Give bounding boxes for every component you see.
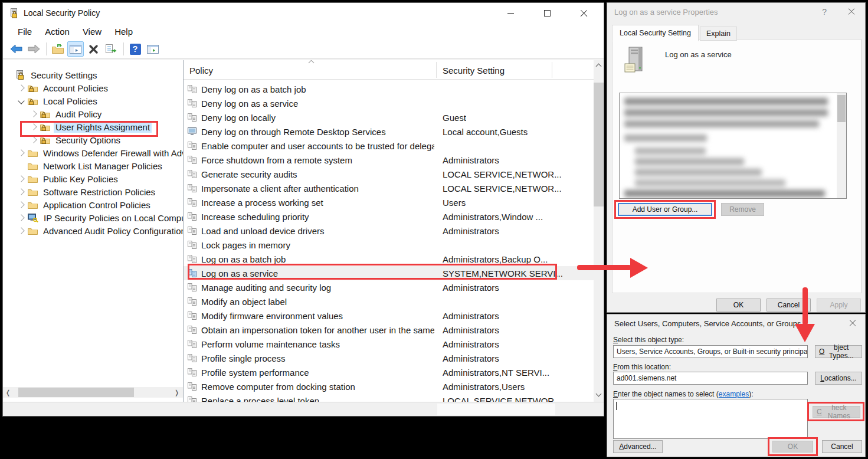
object-types-button[interactable]: Object Types... bbox=[815, 345, 862, 358]
remove-button[interactable]: Remove bbox=[721, 203, 764, 216]
policy-row-log-on-as-a-service[interactable]: Log on as a serviceSYSTEM,NETWORK SERVI.… bbox=[184, 266, 594, 280]
listbox-scrollbar[interactable] bbox=[837, 93, 846, 198]
check-names-button[interactable]: Check Names bbox=[813, 406, 860, 418]
close-button[interactable] bbox=[572, 4, 595, 22]
chevron-right-icon[interactable] bbox=[30, 123, 37, 130]
close-icon[interactable] bbox=[847, 8, 856, 16]
scroll-left-icon[interactable]: ❬ bbox=[3, 387, 13, 398]
tab-explain[interactable]: Explain bbox=[700, 27, 737, 41]
policy-row-manage-auditing-and-security-log[interactable]: Manage auditing and security logAdminist… bbox=[184, 280, 594, 294]
add-user-or-group-button[interactable]: Add User or Group... bbox=[618, 203, 712, 216]
delete-icon[interactable] bbox=[85, 41, 101, 57]
scrollbar-thumb[interactable] bbox=[18, 388, 134, 397]
menu-action[interactable]: Action bbox=[38, 27, 76, 37]
chevron-down-icon[interactable] bbox=[18, 97, 24, 104]
policy-row-increase-scheduling-priority[interactable]: Increase scheduling priorityAdministrato… bbox=[184, 209, 594, 224]
policy-row-modify-an-object-label[interactable]: Modify an object label bbox=[184, 294, 594, 309]
forward-icon[interactable] bbox=[25, 41, 42, 57]
policy-row-modify-firmware-environment-values[interactable]: Modify firmware environment valuesAdmini… bbox=[184, 309, 594, 323]
policy-row-force-shutdown-from-a-remote-system[interactable]: Force shutdown from a remote systemAdmin… bbox=[184, 153, 594, 167]
tree-horizontal-scrollbar[interactable]: ❬ ❭ bbox=[3, 387, 184, 398]
cancel-button[interactable]: Cancel bbox=[822, 440, 862, 453]
policy-row-load-and-unload-device-drivers[interactable]: Load and unload device driversAdministra… bbox=[184, 224, 594, 238]
close-icon[interactable] bbox=[849, 319, 857, 327]
export-list-icon[interactable] bbox=[50, 41, 66, 57]
policy-row-replace-a-process-level-token[interactable]: Replace a process level tokenLOCAL SERVI… bbox=[184, 394, 594, 402]
menu-view[interactable]: View bbox=[76, 27, 108, 37]
scroll-right-icon[interactable]: ❭ bbox=[172, 387, 182, 398]
help-button[interactable]: ? bbox=[822, 7, 827, 17]
policy-row-impersonate-a-client-after-authentication[interactable]: Impersonate a client after authenticatio… bbox=[184, 181, 594, 195]
policy-row-lock-pages-in-memory[interactable]: Lock pages in memory bbox=[184, 238, 594, 252]
policy-row-perform-volume-maintenance-tasks[interactable]: Perform volume maintenance tasksAdminist… bbox=[184, 337, 594, 351]
column-header-security-setting[interactable]: Security Setting bbox=[443, 65, 505, 76]
advanced-button[interactable]: Advanced... bbox=[613, 440, 663, 453]
column-divider[interactable] bbox=[552, 62, 552, 78]
tree-item-windows-defender-firewall-with-advan[interactable]: Windows Defender Firewall with Advan bbox=[3, 146, 183, 159]
policy-row-deny-log-on-locally[interactable]: Deny log on locallyGuest bbox=[184, 110, 594, 124]
scrollbar-thumb[interactable] bbox=[437, 404, 555, 415]
chevron-right-icon[interactable] bbox=[18, 214, 24, 221]
scrollbar-thumb[interactable] bbox=[837, 95, 846, 122]
chevron-right-icon[interactable] bbox=[30, 110, 37, 117]
policy-name: Generate security audits bbox=[201, 169, 434, 179]
examples-link[interactable]: examples bbox=[719, 390, 749, 398]
new-window-icon[interactable] bbox=[145, 41, 161, 57]
chevron-right-icon[interactable] bbox=[18, 201, 24, 208]
scroll-up-icon[interactable] bbox=[594, 60, 604, 70]
tree-item-public-key-policies[interactable]: Public Key Policies bbox=[3, 172, 183, 185]
chevron-right-icon[interactable] bbox=[18, 84, 24, 91]
tree-item-ip-security-policies-on-local-computer[interactable]: IP Security Policies on Local Computer bbox=[3, 211, 183, 224]
export-icon[interactable] bbox=[103, 41, 119, 57]
policy-row-deny-log-on-through-remote-desktop-services[interactable]: Deny log on through Remote Desktop Servi… bbox=[184, 124, 594, 139]
maximize-button[interactable] bbox=[535, 4, 559, 22]
scrollbar-thumb[interactable] bbox=[594, 83, 604, 206]
ok-button[interactable]: OK bbox=[772, 441, 813, 453]
tree-item-account-policies[interactable]: Account Policies bbox=[3, 81, 183, 94]
members-listbox[interactable] bbox=[619, 93, 847, 199]
policy-row-generate-security-audits[interactable]: Generate security auditsLOCAL SERVICE,NE… bbox=[184, 167, 594, 181]
column-header-policy[interactable]: Policy bbox=[189, 65, 213, 76]
apply-button[interactable]: Apply bbox=[817, 299, 861, 312]
list-horizontal-scrollbar[interactable] bbox=[3, 402, 604, 416]
object-type-field[interactable]: Users, Service Accounts, Groups, or Buil… bbox=[613, 345, 808, 358]
chevron-right-icon[interactable] bbox=[18, 149, 24, 156]
location-field[interactable]: ad001.siemens.net bbox=[613, 372, 808, 385]
object-names-input[interactable] bbox=[613, 399, 808, 439]
minimize-button[interactable] bbox=[499, 4, 522, 22]
policy-row-increase-a-process-working-set[interactable]: Increase a process working setUsers bbox=[184, 195, 594, 209]
tree-item-advanced-audit-policy-configuration[interactable]: Advanced Audit Policy Configuration bbox=[3, 224, 183, 237]
list-vertical-scrollbar[interactable] bbox=[594, 60, 604, 402]
show-console-tree-icon[interactable] bbox=[67, 41, 84, 57]
policy-row-profile-system-performance[interactable]: Profile system performanceAdministrators… bbox=[184, 365, 594, 379]
tree-item-local-policies[interactable]: Local Policies bbox=[3, 94, 183, 107]
tree-item-user-rights-assignment[interactable]: User Rights Assignment bbox=[3, 120, 183, 133]
tree-item-application-control-policies[interactable]: Application Control Policies bbox=[3, 198, 183, 211]
policy-row-obtain-an-impersonation-token-for-another-us[interactable]: Obtain an impersonation token for anothe… bbox=[184, 323, 594, 337]
tree-item-network-list-manager-policies[interactable]: Network List Manager Policies bbox=[3, 159, 183, 172]
console-content: Security SettingsAccount PoliciesLocal P… bbox=[3, 60, 604, 402]
ok-button[interactable]: OK bbox=[716, 299, 761, 312]
policy-row-deny-log-on-as-a-batch-job[interactable]: Deny log on as a batch job bbox=[184, 82, 594, 96]
tab-local-security-setting[interactable]: Local Security Setting bbox=[612, 25, 699, 41]
help-icon[interactable]: ? bbox=[127, 41, 143, 57]
locations-button[interactable]: Locations... bbox=[815, 372, 862, 385]
menu-help[interactable]: Help bbox=[108, 27, 139, 37]
chevron-right-icon[interactable] bbox=[18, 188, 24, 195]
chevron-right-icon[interactable] bbox=[30, 136, 37, 143]
chevron-right-icon[interactable] bbox=[18, 175, 24, 182]
policy-row-profile-single-process[interactable]: Profile single processAdministrators bbox=[184, 351, 594, 365]
tree-item-security-options[interactable]: Security Options bbox=[3, 133, 183, 146]
menu-file[interactable]: File bbox=[11, 27, 38, 37]
tree-item-security-settings[interactable]: Security Settings bbox=[3, 68, 183, 81]
back-icon[interactable] bbox=[8, 41, 24, 57]
policy-row-deny-log-on-as-a-service[interactable]: Deny log on as a service bbox=[184, 96, 594, 110]
scroll-down-icon[interactable] bbox=[594, 389, 604, 399]
policy-row-enable-computer-and-user-accounts-to-be-trus[interactable]: Enable computer and user accounts to be … bbox=[184, 139, 594, 153]
policy-row-remove-computer-from-docking-station[interactable]: Remove computer from docking stationAdmi… bbox=[184, 379, 594, 394]
tree-item-audit-policy[interactable]: Audit Policy bbox=[3, 107, 183, 120]
column-divider[interactable] bbox=[436, 62, 437, 78]
chevron-right-icon[interactable] bbox=[18, 227, 24, 234]
tree-item-software-restriction-policies[interactable]: Software Restriction Policies bbox=[3, 185, 183, 198]
policy-row-log-on-as-a-batch-job[interactable]: Log on as a batch jobAdministrators,Back… bbox=[184, 252, 594, 266]
